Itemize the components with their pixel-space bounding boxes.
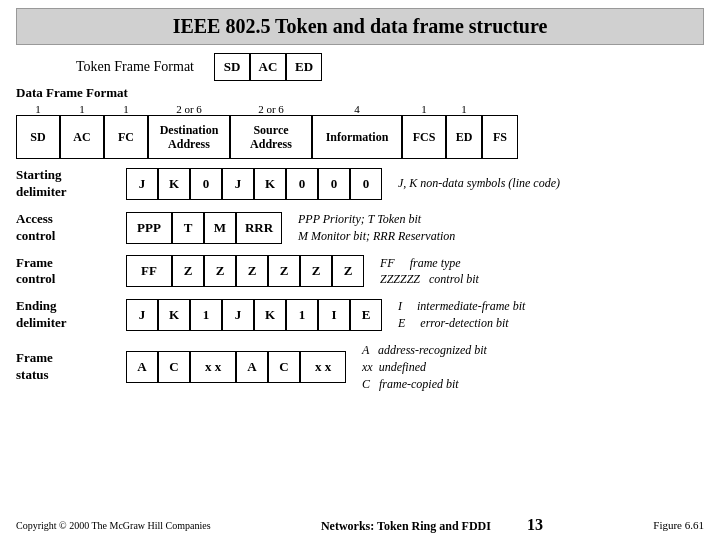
data-frame-section: Data Frame Format 1 1 1 2 or 6 2 or 6 4 … [16, 85, 704, 159]
frame-control-cells: FF Z Z Z Z Z Z [126, 255, 364, 287]
fs-bit-xx1: x x [190, 351, 236, 383]
page-title: IEEE 802.5 Token and data frame structur… [16, 8, 704, 45]
token-ed-cell: ED [286, 53, 322, 81]
fs-bit-A2: A [236, 351, 268, 383]
token-frame-row: Token Frame Format SD AC ED [76, 53, 704, 81]
ac-bit-M: M [204, 212, 236, 244]
copyright-text: Copyright © 2000 The McGraw Hill Compani… [16, 520, 211, 531]
frame-control-label: Framecontrol [16, 255, 126, 289]
cell-destination-address: DestinationAddress [148, 115, 230, 159]
num-1e: 1 [446, 103, 482, 115]
footer-center-text: Networks: Token Ring and FDDI 13 [211, 516, 654, 534]
page-number: 13 [527, 516, 543, 533]
fc-bit-Z5: Z [300, 255, 332, 287]
sd-bit-0c: 0 [318, 168, 350, 200]
frame-status-desc: A address-recognized bitxx undefinedC fr… [362, 342, 487, 392]
fc-bit-Z3: Z [236, 255, 268, 287]
ed-bit-K2: K [254, 299, 286, 331]
sd-bit-J2: J [222, 168, 254, 200]
ac-bit-RRR: RRR [236, 212, 282, 244]
number-row: 1 1 1 2 or 6 2 or 6 4 1 1 [16, 103, 704, 115]
cell-fc: FC [104, 115, 148, 159]
fs-bit-C1: C [158, 351, 190, 383]
frame-status-row: Framestatus A C x x A C x x A address-re… [16, 342, 704, 392]
cell-fs: FS [482, 115, 518, 159]
sd-bit-K1: K [158, 168, 190, 200]
frame-control-row: Framecontrol FF Z Z Z Z Z Z FF frame typ… [16, 255, 704, 289]
ed-bit-1b: 1 [286, 299, 318, 331]
cell-ac: AC [60, 115, 104, 159]
footer: Copyright © 2000 The McGraw Hill Compani… [16, 516, 704, 534]
access-control-desc: PPP Priority; T Token bitM Monitor bit; … [298, 211, 455, 245]
num-1d: 1 [402, 103, 446, 115]
num-4: 4 [312, 103, 402, 115]
token-frame-label: Token Frame Format [76, 59, 194, 75]
token-sd-cell: SD [214, 53, 250, 81]
access-control-row: Accesscontrol PPP T M RRR PPP Priority; … [16, 211, 704, 245]
frame-status-label: Framestatus [16, 350, 126, 384]
access-control-label: Accesscontrol [16, 211, 126, 245]
cell-information: Information [312, 115, 402, 159]
cell-sd: SD [16, 115, 60, 159]
starting-delimiter-cells: J K 0 J K 0 0 0 [126, 168, 382, 200]
fc-bit-Z6: Z [332, 255, 364, 287]
ac-bit-PPP: PPP [126, 212, 172, 244]
sd-bit-0a: 0 [190, 168, 222, 200]
num-2or6-src: 2 or 6 [230, 103, 312, 115]
fc-bit-Z2: Z [204, 255, 236, 287]
sd-bit-0b: 0 [286, 168, 318, 200]
ed-bit-J2: J [222, 299, 254, 331]
fc-bit-FF: FF [126, 255, 172, 287]
fc-bit-Z1: Z [172, 255, 204, 287]
ed-bit-K1: K [158, 299, 190, 331]
page: IEEE 802.5 Token and data frame structur… [0, 0, 720, 540]
fs-bit-A1: A [126, 351, 158, 383]
frame-status-cells: A C x x A C x x [126, 351, 346, 383]
token-ac-cell: AC [250, 53, 286, 81]
starting-delimiter-row: Startingdelimiter J K 0 J K 0 0 0 J, K n… [16, 167, 704, 201]
fs-bit-C2: C [268, 351, 300, 383]
frame-control-desc: FF frame typeZZZZZZ control bit [380, 255, 479, 289]
ending-delimiter-row: Endingdelimiter J K 1 J K 1 I E I interm… [16, 298, 704, 332]
cell-fcs: FCS [402, 115, 446, 159]
ending-delimiter-cells: J K 1 J K 1 I E [126, 299, 382, 331]
ed-bit-1a: 1 [190, 299, 222, 331]
fs-bit-xx2: x x [300, 351, 346, 383]
cell-ed: ED [446, 115, 482, 159]
ed-bit-J1: J [126, 299, 158, 331]
starting-delimiter-label: Startingdelimiter [16, 167, 126, 201]
num-1c: 1 [104, 103, 148, 115]
ed-bit-I: I [318, 299, 350, 331]
data-frame-header-row: SD AC FC DestinationAddress SourceAddres… [16, 115, 704, 159]
access-control-cells: PPP T M RRR [126, 212, 282, 244]
frame-rows: Startingdelimiter J K 0 J K 0 0 0 J, K n… [16, 167, 704, 393]
token-frame-cells: SD AC ED [214, 53, 322, 81]
sd-bit-K2: K [254, 168, 286, 200]
sd-bit-0d: 0 [350, 168, 382, 200]
num-1a: 1 [16, 103, 60, 115]
num-1b: 1 [60, 103, 104, 115]
figure-label: Figure 6.61 [653, 519, 704, 531]
sd-bit-J1: J [126, 168, 158, 200]
num-2or6-dest: 2 or 6 [148, 103, 230, 115]
ending-delimiter-label: Endingdelimiter [16, 298, 126, 332]
ac-bit-T: T [172, 212, 204, 244]
cell-source-address: SourceAddress [230, 115, 312, 159]
fc-bit-Z4: Z [268, 255, 300, 287]
data-frame-label: Data Frame Format [16, 85, 704, 101]
ending-delimiter-desc: I intermediate-frame bitE error-detectio… [398, 298, 525, 332]
networks-label: Networks: Token Ring and FDDI [321, 519, 491, 533]
ed-bit-E: E [350, 299, 382, 331]
starting-delimiter-desc: J, K non-data symbols (line code) [398, 175, 560, 192]
